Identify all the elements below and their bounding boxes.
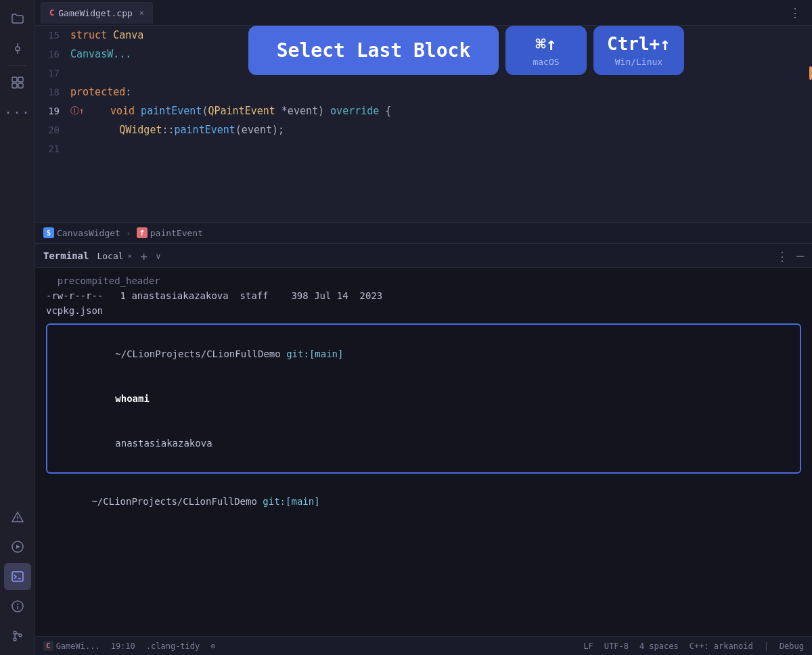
status-right: LF UTF-8 4 spaces C++: arkanoid | Debug [583, 641, 804, 651]
breadcrumb-class: S CanvasWidget [43, 227, 120, 238]
breadcrumb-separator: › [126, 228, 131, 238]
status-file[interactable]: C GameWi... [43, 641, 100, 651]
prompt-git: git:[main] [281, 348, 344, 359]
tab-more-button[interactable]: ⋮ [784, 5, 807, 20]
winlinux-platform: Win/Linux [615, 57, 662, 67]
status-language[interactable]: C++: arkanoid [690, 641, 753, 651]
macos-keys: ⌘↑ [535, 34, 556, 54]
terminal-actions: ⋮ ─ [776, 249, 804, 263]
status-run-config[interactable]: Debug [780, 641, 804, 651]
sidebar-icon-run[interactable] [4, 533, 31, 560]
scroll-accent [809, 66, 812, 80]
terminal-title: Terminal [43, 250, 89, 261]
status-bar: C GameWi... 19:10 .clang-tidy ⊙ LF UTF-8… [35, 636, 812, 655]
terminal-command-text: whoami [115, 393, 150, 404]
sidebar-icon-branch[interactable] [4, 623, 31, 650]
tab-gamwidget-cpp[interactable]: C GameWidget.cpp × [41, 2, 153, 24]
status-linter[interactable]: .clang-tidy [146, 641, 200, 651]
svg-point-8 [17, 520, 18, 521]
after-prompt-path: ~/CLionProjects/CLionFullDemo [91, 496, 256, 507]
terminal-block-output: anastasiakazakova [58, 421, 789, 466]
terminal-output-text: anastasiakazakova [115, 438, 212, 449]
terminal-prev-line-3: vcpkg.json [46, 303, 801, 318]
func-icon: f [137, 227, 148, 238]
sidebar-icon-blocks[interactable] [4, 69, 31, 96]
terminal-minimize-btn[interactable]: ─ [796, 249, 804, 263]
status-linter-text: .clang-tidy [146, 641, 200, 651]
tab-file-icon: C [49, 8, 54, 18]
line-content-20: QWidget::paintEvent(event); [70, 120, 812, 139]
terminal-add-tab[interactable]: + [140, 249, 148, 263]
sidebar-icon-git[interactable] [4, 35, 31, 62]
svg-point-17 [19, 634, 22, 637]
code-line-21: 21 [35, 139, 812, 158]
svg-point-0 [16, 47, 20, 51]
terminal-tab-local[interactable]: Local × [97, 251, 132, 261]
status-git-symbol: ⊙ [210, 641, 215, 651]
after-prompt-git: git:[main] [257, 496, 320, 507]
breadcrumb-bar: S CanvasWidget › f paintEvent [35, 222, 812, 244]
status-pos-text: 19:10 [111, 641, 135, 651]
winlinux-keys: Ctrl+↑ [607, 34, 671, 54]
status-filename: GameWi... [56, 641, 100, 651]
tab-bar: C GameWidget.cpp × ⋮ [35, 0, 812, 26]
status-line-ending[interactable]: LF [583, 641, 593, 651]
tooltip-title: Select Last Block [248, 26, 499, 75]
prompt-path: ~/CLionProjects/CLionFullDemo [115, 348, 280, 359]
line-content-18: protected: [70, 83, 812, 101]
status-encoding[interactable]: UTF-8 [604, 641, 629, 651]
status-position[interactable]: 19:10 [111, 641, 135, 651]
line-content-21 [70, 139, 812, 158]
terminal-after-prompt: ~/CLionProjects/CLionFullDemo git:[main] [46, 479, 801, 524]
svg-rect-10 [12, 572, 23, 581]
terminal-body[interactable]: precompited_header -rw-r--r-- 1 anastasi… [35, 268, 812, 636]
class-icon: S [43, 227, 54, 238]
class-name: CanvasWidget [57, 228, 120, 238]
terminal-more-btn[interactable]: ⋮ [776, 249, 788, 263]
line-num-17: 17 [35, 64, 70, 83]
terminal-chevron[interactable]: ∨ [156, 251, 161, 261]
terminal-block-command: whoami [58, 376, 789, 421]
svg-rect-5 [12, 83, 17, 88]
macos-platform: macOS [533, 57, 559, 67]
svg-rect-4 [18, 77, 23, 82]
sidebar: ··· [0, 0, 35, 655]
line-num-15: 15 [35, 26, 70, 45]
func-name: paintEvent [150, 228, 203, 238]
tooltip-shortcut-winlinux: Ctrl+↑ Win/Linux [593, 26, 684, 75]
svg-rect-3 [12, 77, 17, 82]
terminal-prev-line-2: -rw-r--r-- 1 anastasiakazakova staff 398… [46, 288, 801, 303]
tooltip-title-text: Select Last Block [277, 39, 471, 62]
tooltip-shortcut-macos: ⌘↑ macOS [505, 26, 587, 75]
tab-filename: GameWidget.cpp [58, 8, 133, 18]
sidebar-icon-more[interactable]: ··· [4, 99, 31, 126]
sidebar-icon-folder[interactable] [4, 5, 31, 32]
tab-close-button[interactable]: × [139, 8, 144, 18]
svg-point-16 [14, 638, 16, 641]
line-num-19: 19 [35, 101, 70, 120]
terminal-tab-name: Local [97, 251, 123, 261]
line-content-19: void paintEvent(QPaintEvent *event) over… [86, 101, 812, 120]
line-num-21: 21 [35, 139, 70, 158]
terminal-block-prompt: ~/CLionProjects/CLionFullDemo git:[main] [58, 332, 789, 376]
terminal-active-block: ~/CLionProjects/CLionFullDemo git:[main]… [46, 323, 801, 474]
status-git[interactable]: ⊙ [210, 641, 215, 651]
terminal-section: Terminal Local × + ∨ ⋮ ─ precompited_hea… [35, 244, 812, 636]
code-line-19: 19 Ⓘ↑ void paintEvent(QPaintEvent *event… [35, 101, 812, 120]
status-file-icon: C [43, 641, 53, 651]
status-indent[interactable]: 4 spaces [639, 641, 679, 651]
line-num-18: 18 [35, 83, 70, 101]
line-num-16: 16 [35, 45, 70, 64]
line-num-20: 20 [35, 120, 70, 139]
sidebar-icon-terminal[interactable] [4, 563, 31, 590]
code-line-20: 20 QWidget::paintEvent(event); [35, 120, 812, 139]
line-indicator-19: Ⓘ↑ [70, 101, 85, 120]
terminal-tab-close[interactable]: × [128, 252, 133, 261]
sidebar-divider [8, 65, 27, 66]
svg-rect-6 [18, 83, 23, 88]
breadcrumb-func: f paintEvent [137, 227, 203, 238]
code-line-18: 18 protected: [35, 83, 812, 101]
sidebar-icon-warning[interactable] [4, 503, 31, 530]
terminal-prev-line-1: precompited_header [46, 273, 801, 288]
sidebar-icon-info[interactable] [4, 593, 31, 620]
